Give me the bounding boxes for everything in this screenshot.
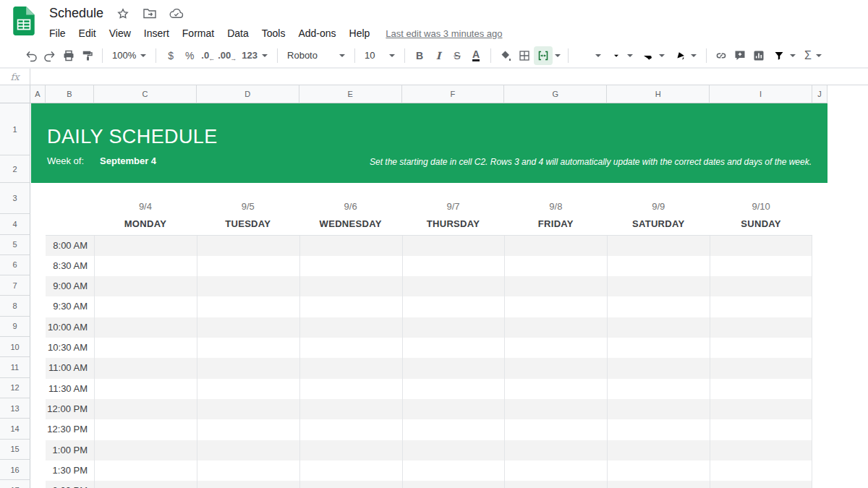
schedule-cell[interactable] [197, 276, 299, 296]
column-header-A[interactable]: A [30, 85, 46, 103]
schedule-cell[interactable] [710, 461, 812, 481]
schedule-cell[interactable] [504, 256, 607, 276]
time-label-cell[interactable]: 8:00 AM [46, 236, 94, 256]
schedule-cell[interactable] [504, 276, 607, 296]
schedule-cell[interactable] [607, 419, 710, 440]
time-label-cell[interactable]: 8:30 AM [46, 256, 94, 276]
row-header-15[interactable]: 15 [0, 440, 30, 460]
day-name-cell[interactable]: MONDAY [94, 214, 197, 234]
formula-input[interactable] [31, 69, 868, 85]
time-label-cell[interactable]: 9:30 AM [46, 296, 94, 317]
more-formats-button[interactable]: 123 [237, 46, 272, 65]
schedule-cell[interactable] [402, 236, 505, 256]
schedule-cell[interactable] [710, 419, 812, 440]
schedule-cell[interactable] [710, 399, 812, 419]
menu-insert[interactable]: Insert [137, 25, 176, 42]
week-of-value[interactable]: September 4 [100, 155, 156, 166]
bold-button[interactable]: B [410, 46, 429, 65]
schedule-cell[interactable] [94, 317, 197, 338]
insert-chart-button[interactable] [749, 46, 768, 65]
undo-button[interactable] [22, 46, 41, 65]
schedule-cell[interactable] [299, 236, 402, 256]
filter-button[interactable] [768, 46, 800, 65]
column-header-B[interactable]: B [46, 85, 94, 103]
schedule-cell[interactable] [710, 358, 812, 378]
redo-button[interactable] [41, 46, 59, 65]
schedule-cell[interactable] [94, 276, 197, 296]
schedule-cell[interactable] [94, 379, 197, 399]
schedule-cell[interactable] [607, 440, 710, 461]
borders-button[interactable] [515, 46, 534, 65]
vertical-align-button[interactable] [605, 46, 637, 65]
schedule-cell[interactable] [607, 358, 710, 378]
schedule-cell[interactable] [299, 276, 402, 296]
font-select[interactable]: Roboto [283, 46, 349, 65]
day-name-cell[interactable]: SUNDAY [710, 214, 812, 234]
schedule-cell[interactable] [504, 338, 607, 358]
schedule-cell[interactable] [197, 399, 299, 419]
schedule-cell[interactable] [710, 440, 812, 461]
schedule-cell[interactable] [402, 317, 505, 338]
day-name-cell[interactable]: FRIDAY [504, 214, 607, 234]
strikethrough-button[interactable]: S [448, 46, 467, 65]
schedule-cell[interactable] [710, 276, 812, 296]
schedule-cell[interactable] [402, 379, 505, 399]
time-label-cell[interactable]: 10:00 AM [46, 317, 94, 338]
schedule-cell[interactable] [197, 317, 299, 338]
sheets-logo-icon[interactable] [13, 7, 35, 35]
text-wrap-button[interactable] [637, 46, 669, 65]
schedule-cell[interactable] [710, 256, 812, 276]
schedule-cell[interactable] [299, 338, 402, 358]
paint-format-button[interactable] [78, 46, 97, 65]
schedule-cell[interactable] [299, 440, 402, 461]
schedule-cell[interactable] [607, 317, 710, 338]
italic-button[interactable]: I [429, 46, 448, 65]
schedule-cell[interactable] [299, 317, 402, 338]
schedule-cell[interactable] [504, 358, 607, 378]
time-label-cell[interactable]: 11:00 AM [46, 358, 94, 378]
day-name-cell[interactable]: WEDNESDAY [299, 214, 402, 234]
schedule-cell[interactable] [94, 399, 197, 419]
last-edit-link[interactable]: Last edit was 3 minutes ago [386, 28, 502, 39]
row-header-7[interactable]: 7 [0, 275, 30, 296]
menu-tools[interactable]: Tools [255, 25, 292, 42]
schedule-cell[interactable] [94, 296, 197, 317]
banner-merged-cell[interactable]: DAILY SCHEDULE Week of: September 4 Set … [31, 103, 827, 183]
column-header-I[interactable]: I [710, 85, 812, 103]
schedule-cell[interactable] [94, 481, 197, 488]
schedule-cell[interactable] [197, 379, 299, 399]
menu-addons[interactable]: Add-ons [292, 25, 342, 42]
schedule-cell[interactable] [299, 256, 402, 276]
schedule-cell[interactable] [607, 481, 710, 488]
schedule-cell[interactable] [299, 481, 402, 488]
schedule-cell[interactable] [197, 296, 299, 317]
schedule-cell[interactable] [607, 461, 710, 481]
day-name-cell[interactable]: TUESDAY [197, 214, 299, 234]
column-header-H[interactable]: H [607, 85, 710, 103]
fill-color-button[interactable] [496, 46, 515, 65]
schedule-cell[interactable] [197, 440, 299, 461]
document-status-cloud-icon[interactable] [169, 7, 184, 21]
schedule-cell[interactable] [607, 256, 710, 276]
schedule-cell[interactable] [94, 358, 197, 378]
menu-help[interactable]: Help [343, 25, 377, 42]
schedule-cell[interactable] [504, 317, 607, 338]
schedule-cell[interactable] [197, 236, 299, 256]
schedule-cell[interactable] [607, 296, 710, 317]
row-header-9[interactable]: 9 [0, 317, 30, 337]
schedule-cell[interactable] [94, 236, 197, 256]
menu-file[interactable]: File [43, 25, 72, 42]
horizontal-align-button[interactable] [574, 46, 605, 65]
menu-edit[interactable]: Edit [72, 25, 103, 42]
schedule-cell[interactable] [197, 338, 299, 358]
schedule-cell[interactable] [504, 461, 607, 481]
increase-decimal-button[interactable]: .00→ [218, 46, 237, 65]
column-header-D[interactable]: D [197, 85, 299, 103]
schedule-cell[interactable] [402, 440, 505, 461]
row-header-1[interactable]: 1 [0, 103, 30, 155]
time-label-cell[interactable]: 2:00 PM [46, 481, 94, 488]
row-header-4[interactable]: 4 [0, 214, 30, 235]
schedule-cell[interactable] [299, 461, 402, 481]
schedule-cell[interactable] [299, 379, 402, 399]
schedule-cell[interactable] [710, 338, 812, 358]
